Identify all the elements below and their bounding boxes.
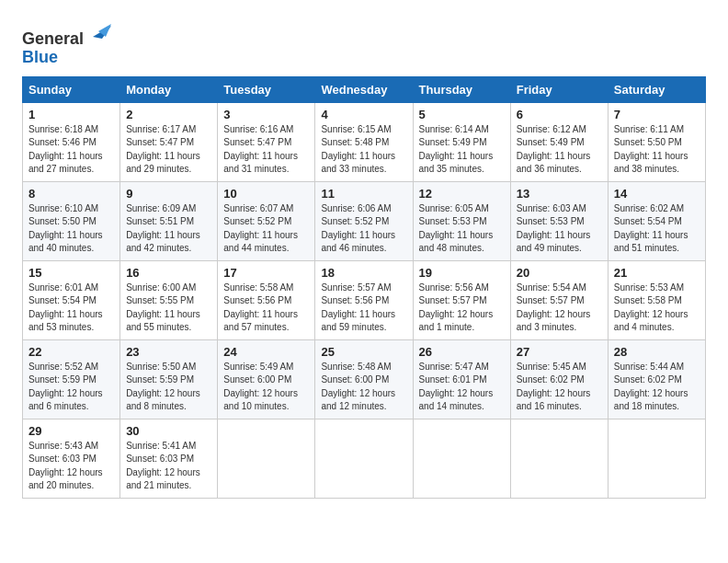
day-header-friday: Friday: [510, 76, 608, 102]
day-number: 6: [517, 108, 602, 121]
calendar-cell: 18Sunrise: 5:57 AMSunset: 5:56 PMDayligh…: [315, 260, 413, 339]
day-info: Sunrise: 5:43 AMSunset: 6:03 PMDaylight:…: [28, 440, 114, 493]
calendar-cell: [413, 419, 510, 498]
calendar-cell: 11Sunrise: 6:06 AMSunset: 5:52 PMDayligh…: [315, 181, 413, 260]
day-info: Sunrise: 6:10 AMSunset: 5:50 PMDaylight:…: [28, 202, 114, 256]
day-info: Sunrise: 6:06 AMSunset: 5:52 PMDaylight:…: [321, 202, 406, 256]
day-number: 9: [126, 187, 211, 201]
day-info: Sunrise: 5:48 AMSunset: 6:00 PMDaylight:…: [321, 361, 406, 414]
day-header-saturday: Saturday: [608, 76, 705, 102]
day-info: Sunrise: 6:03 AMSunset: 5:53 PMDaylight:…: [517, 202, 602, 256]
day-number: 28: [614, 345, 700, 359]
day-info: Sunrise: 6:01 AMSunset: 5:54 PMDaylight:…: [28, 282, 114, 335]
logo-bird-icon: [85, 18, 111, 44]
day-info: Sunrise: 5:41 AMSunset: 6:03 PMDaylight:…: [126, 440, 211, 493]
day-number: 7: [614, 108, 700, 121]
calendar-cell: 4Sunrise: 6:15 AMSunset: 5:48 PMDaylight…: [315, 102, 413, 181]
calendar-cell: 16Sunrise: 6:00 AMSunset: 5:55 PMDayligh…: [120, 260, 218, 339]
day-number: 10: [223, 187, 309, 201]
day-header-thursday: Thursday: [413, 76, 510, 102]
logo: General Blue: [22, 18, 111, 67]
day-info: Sunrise: 5:57 AMSunset: 5:56 PMDaylight:…: [321, 282, 406, 335]
day-info: Sunrise: 6:15 AMSunset: 5:48 PMDaylight:…: [321, 123, 406, 177]
day-number: 30: [126, 424, 211, 438]
logo-general-text: General: [22, 29, 84, 48]
day-number: 22: [28, 345, 114, 359]
calendar-cell: 14Sunrise: 6:02 AMSunset: 5:54 PMDayligh…: [608, 181, 705, 260]
day-number: 23: [126, 345, 211, 359]
day-info: Sunrise: 6:12 AMSunset: 5:49 PMDaylight:…: [517, 123, 602, 177]
day-number: 15: [28, 266, 114, 280]
calendar-cell: 20Sunrise: 5:54 AMSunset: 5:57 PMDayligh…: [510, 260, 608, 339]
calendar-cell: 15Sunrise: 6:01 AMSunset: 5:54 PMDayligh…: [23, 260, 120, 339]
calendar-cell: 23Sunrise: 5:50 AMSunset: 5:59 PMDayligh…: [120, 339, 218, 419]
calendar-cell: 3Sunrise: 6:16 AMSunset: 5:47 PMDaylight…: [218, 102, 315, 181]
day-info: Sunrise: 6:09 AMSunset: 5:51 PMDaylight:…: [126, 202, 211, 256]
day-info: Sunrise: 6:00 AMSunset: 5:55 PMDaylight:…: [126, 282, 211, 335]
day-number: 3: [223, 108, 309, 121]
calendar-cell: 27Sunrise: 5:45 AMSunset: 6:02 PMDayligh…: [510, 339, 608, 419]
day-info: Sunrise: 6:05 AMSunset: 5:53 PMDaylight:…: [419, 202, 505, 256]
calendar-cell: 2Sunrise: 6:17 AMSunset: 5:47 PMDaylight…: [120, 102, 218, 181]
day-number: 17: [223, 266, 309, 280]
calendar-cell: 1Sunrise: 6:18 AMSunset: 5:46 PMDaylight…: [23, 102, 120, 181]
calendar-cell: 30Sunrise: 5:41 AMSunset: 6:03 PMDayligh…: [120, 419, 218, 498]
calendar-cell: 8Sunrise: 6:10 AMSunset: 5:50 PMDaylight…: [23, 181, 120, 260]
day-info: Sunrise: 5:54 AMSunset: 5:57 PMDaylight:…: [517, 282, 602, 335]
day-info: Sunrise: 6:07 AMSunset: 5:52 PMDaylight:…: [223, 202, 309, 256]
day-info: Sunrise: 6:16 AMSunset: 5:47 PMDaylight:…: [223, 123, 309, 177]
day-info: Sunrise: 5:53 AMSunset: 5:58 PMDaylight:…: [614, 282, 700, 335]
calendar-cell: 19Sunrise: 5:56 AMSunset: 5:57 PMDayligh…: [413, 260, 510, 339]
calendar-cell: 24Sunrise: 5:49 AMSunset: 6:00 PMDayligh…: [218, 339, 315, 419]
calendar-table: SundayMondayTuesdayWednesdayThursdayFrid…: [22, 76, 706, 499]
day-number: 21: [614, 266, 700, 280]
calendar-cell: [218, 419, 315, 498]
day-number: 25: [321, 345, 406, 359]
day-header-monday: Monday: [120, 76, 218, 102]
calendar-cell: 7Sunrise: 6:11 AMSunset: 5:50 PMDaylight…: [608, 102, 705, 181]
day-info: Sunrise: 5:50 AMSunset: 5:59 PMDaylight:…: [126, 361, 211, 414]
day-number: 20: [517, 266, 602, 280]
calendar-cell: 29Sunrise: 5:43 AMSunset: 6:03 PMDayligh…: [23, 419, 120, 498]
day-info: Sunrise: 5:49 AMSunset: 6:00 PMDaylight:…: [223, 361, 309, 414]
day-number: 19: [419, 266, 505, 280]
day-number: 5: [419, 108, 505, 121]
day-info: Sunrise: 6:14 AMSunset: 5:49 PMDaylight:…: [419, 123, 505, 177]
day-number: 1: [28, 108, 114, 121]
calendar-cell: 22Sunrise: 5:52 AMSunset: 5:59 PMDayligh…: [23, 339, 120, 419]
day-number: 27: [517, 345, 602, 359]
calendar-cell: 6Sunrise: 6:12 AMSunset: 5:49 PMDaylight…: [510, 102, 608, 181]
day-number: 14: [614, 187, 700, 201]
day-number: 12: [419, 187, 505, 201]
day-number: 18: [321, 266, 406, 280]
day-info: Sunrise: 6:18 AMSunset: 5:46 PMDaylight:…: [28, 123, 114, 177]
day-number: 2: [126, 108, 211, 121]
day-info: Sunrise: 5:44 AMSunset: 6:02 PMDaylight:…: [614, 361, 700, 414]
calendar-cell: [608, 419, 705, 498]
logo-blue-text: Blue: [22, 48, 58, 66]
calendar-cell: 10Sunrise: 6:07 AMSunset: 5:52 PMDayligh…: [218, 181, 315, 260]
calendar-cell: 26Sunrise: 5:47 AMSunset: 6:01 PMDayligh…: [413, 339, 510, 419]
calendar-cell: 21Sunrise: 5:53 AMSunset: 5:58 PMDayligh…: [608, 260, 705, 339]
calendar-cell: 25Sunrise: 5:48 AMSunset: 6:00 PMDayligh…: [315, 339, 413, 419]
day-number: 26: [419, 345, 505, 359]
calendar-cell: 5Sunrise: 6:14 AMSunset: 5:49 PMDaylight…: [413, 102, 510, 181]
day-number: 29: [28, 424, 114, 438]
day-info: Sunrise: 6:17 AMSunset: 5:47 PMDaylight:…: [126, 123, 211, 177]
day-info: Sunrise: 5:58 AMSunset: 5:56 PMDaylight:…: [223, 282, 309, 335]
calendar-cell: 17Sunrise: 5:58 AMSunset: 5:56 PMDayligh…: [218, 260, 315, 339]
day-number: 11: [321, 187, 406, 201]
day-number: 24: [223, 345, 309, 359]
day-info: Sunrise: 5:47 AMSunset: 6:01 PMDaylight:…: [419, 361, 505, 414]
calendar-cell: [315, 419, 413, 498]
day-header-wednesday: Wednesday: [315, 76, 413, 102]
day-info: Sunrise: 6:02 AMSunset: 5:54 PMDaylight:…: [614, 202, 700, 256]
calendar-cell: [510, 419, 608, 498]
day-info: Sunrise: 5:56 AMSunset: 5:57 PMDaylight:…: [419, 282, 505, 335]
day-info: Sunrise: 5:45 AMSunset: 6:02 PMDaylight:…: [517, 361, 602, 414]
day-info: Sunrise: 6:11 AMSunset: 5:50 PMDaylight:…: [614, 123, 700, 177]
calendar-cell: 13Sunrise: 6:03 AMSunset: 5:53 PMDayligh…: [510, 181, 608, 260]
calendar-cell: 28Sunrise: 5:44 AMSunset: 6:02 PMDayligh…: [608, 339, 705, 419]
day-info: Sunrise: 5:52 AMSunset: 5:59 PMDaylight:…: [28, 361, 114, 414]
day-number: 4: [321, 108, 406, 121]
